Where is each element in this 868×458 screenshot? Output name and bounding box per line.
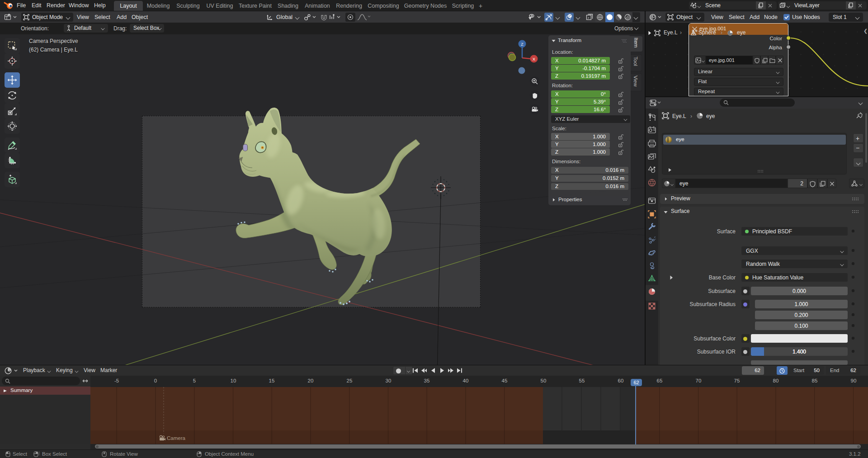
svg-text:X: X	[533, 57, 536, 61]
svg-text:Z: Z	[521, 42, 524, 47]
